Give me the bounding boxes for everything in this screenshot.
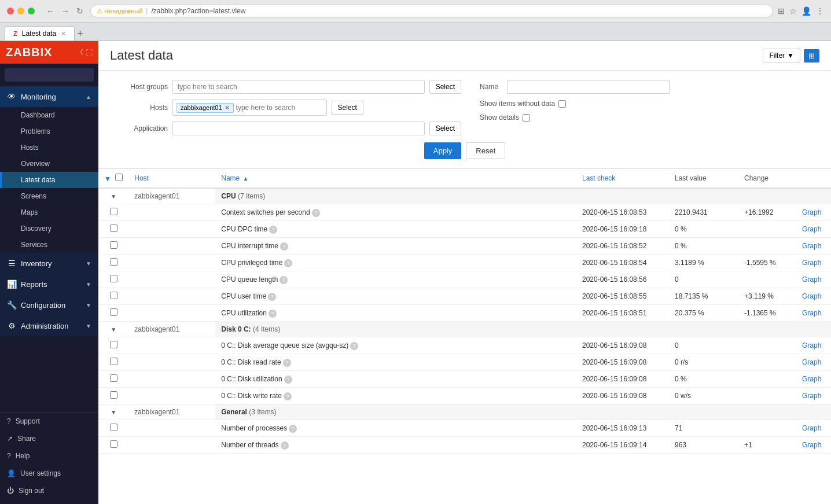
- item-name: 0 C:: Disk average queue size (avgqu-sz)…: [215, 337, 576, 354]
- help-icon[interactable]: ?: [289, 425, 297, 433]
- sidebar-item-support[interactable]: ? Support: [0, 413, 98, 430]
- menu-icon: ⋮: [816, 6, 824, 16]
- row-checkbox[interactable]: [110, 358, 117, 365]
- hosts-select-button[interactable]: Select: [332, 101, 363, 115]
- item-last-value: 963: [669, 437, 738, 454]
- sidebar-item-sign-out[interactable]: ⏻ Sign out: [0, 482, 98, 499]
- sidebar-configuration-group[interactable]: 🔧 Configuration ▼: [0, 295, 98, 315]
- reset-button[interactable]: Reset: [466, 142, 505, 159]
- hosts-input[interactable]: [236, 104, 323, 112]
- graph-link[interactable]: Graph: [802, 259, 821, 267]
- group-collapse-icon[interactable]: ▼: [111, 193, 116, 200]
- row-checkbox[interactable]: [110, 241, 117, 249]
- sidebar-item-user-settings[interactable]: 👤 User settings: [0, 465, 98, 482]
- graph-link[interactable]: Graph: [802, 441, 821, 449]
- show-details-checkbox[interactable]: [523, 114, 530, 122]
- url-bar: /zabbix.php?action=latest.view: [151, 7, 245, 15]
- row-checkbox[interactable]: [110, 391, 117, 399]
- help-icon[interactable]: ?: [284, 376, 292, 384]
- new-tab-button[interactable]: +: [77, 28, 83, 39]
- host-tag-remove[interactable]: ✕: [225, 104, 230, 112]
- row-checkbox[interactable]: [110, 225, 117, 232]
- row-checkbox[interactable]: [110, 341, 117, 348]
- row-checkbox[interactable]: [110, 440, 117, 448]
- group-collapse-icon[interactable]: ▼: [111, 409, 116, 415]
- refresh-button[interactable]: ↻: [74, 5, 86, 17]
- forward-button[interactable]: →: [59, 5, 72, 17]
- graph-link[interactable]: Graph: [802, 225, 821, 233]
- host-groups-select-button[interactable]: Select: [429, 80, 461, 94]
- hosts-tag-input[interactable]: zabbixagent01 ✕: [172, 100, 327, 116]
- browser-tab[interactable]: Z Latest data ✕: [5, 26, 75, 41]
- sidebar-monitoring-group[interactable]: 👁 Monitoring ▲: [0, 86, 98, 107]
- sidebar-administration-group[interactable]: ⚙ Administration ▼: [0, 315, 98, 336]
- sidebar-item-dashboard[interactable]: Dashboard: [0, 107, 98, 123]
- application-select-button[interactable]: Select: [429, 122, 461, 135]
- row-checkbox[interactable]: [110, 374, 117, 382]
- graph-link[interactable]: Graph: [802, 392, 821, 400]
- help-icon[interactable]: ?: [280, 242, 288, 251]
- back-button[interactable]: ←: [44, 5, 57, 17]
- item-last-check: 2020-06-15 16:08:51: [576, 305, 669, 322]
- help-icon[interactable]: ?: [269, 310, 277, 318]
- sidebar-item-help[interactable]: ? Help: [0, 447, 98, 465]
- sidebar-item-latest-data[interactable]: Latest data: [0, 172, 98, 188]
- row-checkbox[interactable]: [110, 275, 117, 282]
- help-icon[interactable]: ?: [284, 392, 292, 400]
- sidebar-item-screens[interactable]: Screens: [0, 188, 98, 204]
- tab-close-button[interactable]: ✕: [61, 30, 66, 38]
- row-checkbox[interactable]: [110, 308, 117, 316]
- name-input[interactable]: [508, 80, 670, 94]
- graph-link[interactable]: Graph: [802, 424, 821, 432]
- graph-link[interactable]: Graph: [802, 275, 821, 284]
- row-checkbox[interactable]: [110, 258, 117, 266]
- row-checkbox[interactable]: [110, 292, 117, 299]
- sidebar-item-hosts[interactable]: Hosts: [0, 139, 98, 156]
- host-groups-input[interactable]: [172, 80, 425, 94]
- table-row: Context switches per second? 2020-06-15 …: [98, 204, 831, 221]
- show-without-data-checkbox[interactable]: [558, 100, 566, 108]
- fullscreen-icon[interactable]: ⛶: [86, 47, 93, 57]
- item-change: -1.5595 %: [738, 255, 796, 271]
- graph-link[interactable]: Graph: [802, 242, 821, 250]
- sidebar-item-share[interactable]: ↗ Share: [0, 430, 98, 447]
- header-host[interactable]: Host: [128, 169, 215, 188]
- item-last-check: 2020-06-15 16:08:53: [576, 204, 669, 221]
- graph-link[interactable]: Graph: [802, 358, 821, 366]
- graph-link[interactable]: Graph: [802, 208, 821, 216]
- sort-asc-icon: ▲: [243, 175, 249, 182]
- sidebar-item-overview[interactable]: Overview: [0, 156, 98, 172]
- help-icon[interactable]: ?: [281, 442, 289, 450]
- collapse-icon[interactable]: 《: [76, 47, 83, 57]
- apply-button[interactable]: Apply: [424, 142, 462, 159]
- search-input[interactable]: [9, 71, 96, 79]
- help-icon[interactable]: ?: [312, 209, 320, 217]
- sidebar-item-services[interactable]: Services: [0, 237, 98, 253]
- sidebar-item-problems[interactable]: Problems: [0, 123, 98, 139]
- row-checkbox[interactable]: [110, 424, 117, 431]
- collapse-all-icon[interactable]: ▼: [104, 175, 111, 183]
- item-change: [738, 271, 796, 288]
- graph-link[interactable]: Graph: [802, 375, 821, 383]
- help-icon[interactable]: ?: [284, 259, 292, 267]
- graph-link[interactable]: Graph: [802, 341, 821, 350]
- help-icon[interactable]: ?: [350, 342, 358, 350]
- sidebar-item-discovery[interactable]: Discovery: [0, 220, 98, 237]
- header-last-check[interactable]: Last check: [576, 169, 669, 188]
- graph-link[interactable]: Graph: [802, 292, 821, 300]
- application-input[interactable]: [172, 122, 425, 135]
- sidebar-reports-group[interactable]: 📊 Reports ▼: [0, 274, 98, 295]
- help-icon[interactable]: ?: [283, 359, 291, 367]
- filter-button[interactable]: Filter ▼: [763, 49, 800, 62]
- help-icon[interactable]: ?: [269, 226, 277, 234]
- filter-toggle-icon[interactable]: ⊞: [804, 49, 819, 62]
- row-checkbox[interactable]: [110, 208, 117, 215]
- help-icon[interactable]: ?: [268, 293, 276, 301]
- group-collapse-icon[interactable]: ▼: [111, 326, 116, 333]
- sidebar-item-maps[interactable]: Maps: [0, 204, 98, 220]
- select-all-checkbox[interactable]: [115, 174, 123, 181]
- sidebar-inventory-group[interactable]: ☰ Inventory ▼: [0, 253, 98, 274]
- graph-link[interactable]: Graph: [802, 309, 821, 317]
- help-icon[interactable]: ?: [280, 276, 288, 284]
- header-name[interactable]: Name ▲: [215, 169, 576, 188]
